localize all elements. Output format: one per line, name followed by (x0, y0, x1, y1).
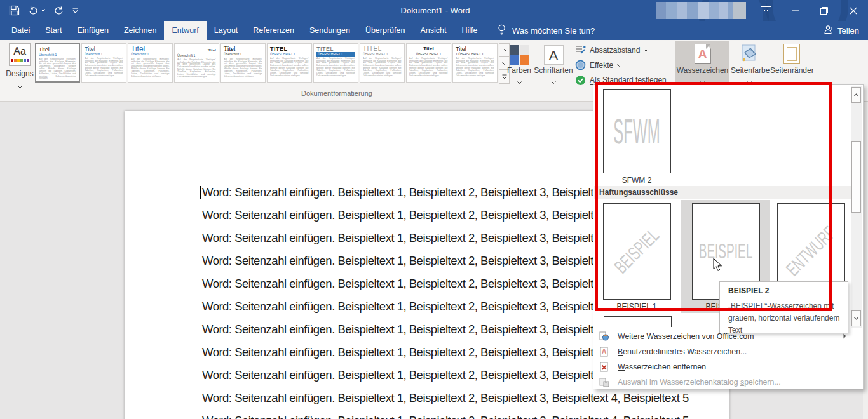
theme-thumbnail-2[interactable]: TitelÜberschrift 1Auf der Registerkarte … (81, 43, 126, 83)
tooltip-body-line: grauem, horizontal verlaufendem (728, 312, 848, 324)
tab-referenzen[interactable]: Referenzen (245, 21, 302, 40)
theme-thumbnail-5[interactable]: TitelÜberschrift 1Auf der Registerkarte … (220, 43, 266, 83)
person-plus-icon (824, 25, 834, 36)
share-button[interactable]: Teilen (824, 21, 859, 40)
scroll-thumb[interactable] (851, 141, 861, 213)
checkmark-icon (575, 75, 586, 86)
lightbulb-icon (497, 24, 506, 37)
tab-layout[interactable]: Layout (207, 21, 246, 40)
redo-icon[interactable] (54, 6, 64, 15)
tab-hilfe[interactable]: Hilfe (454, 21, 485, 40)
tell-me-search[interactable]: Was möchten Sie tun? (497, 21, 595, 40)
absatzabstand-button[interactable]: Absatzabstand (575, 43, 667, 57)
restore-button[interactable] (810, 0, 839, 21)
document-line: Word: Seitenzahl einfügen. Beispieltext … (202, 387, 689, 409)
designs-icon: Aa (9, 43, 31, 66)
custom-watermark-icon: A (599, 347, 609, 357)
theme-thumbnail-10[interactable]: Titel1 ÜBERSCHRIFT 1Auf der Registerkart… (452, 43, 498, 83)
scroll-down-button[interactable] (851, 310, 861, 326)
theme-thumbnail-7[interactable]: TITELÜBERSCHRIFT 1Auf der Registerkarte … (313, 43, 358, 83)
seitenfarbe-icon (740, 44, 758, 64)
tooltip-body-line: Text (728, 324, 848, 336)
svg-text:A: A (602, 348, 606, 355)
save-selection-icon (599, 377, 609, 387)
undo-icon[interactable] (29, 6, 45, 15)
theme-thumbnail-9[interactable]: TitelÜBERSCHRIFT 1Auf der Registerkarte … (406, 43, 451, 83)
remove-watermark-icon (599, 362, 609, 372)
share-label: Teilen (837, 26, 859, 36)
theme-thumbnail-6[interactable]: TITELÜBERSCHRIFT 1Auf der Registerkarte … (267, 43, 312, 83)
annotation-rectangle (595, 82, 832, 311)
scroll-up-button[interactable] (851, 87, 861, 103)
menu-item-2[interactable]: Wasserzeichen entfernen (594, 359, 851, 375)
close-button[interactable] (839, 0, 868, 21)
title-bar: Dokument1 - Word (0, 0, 868, 21)
theme-thumbnail-1[interactable]: TitelÜberschrift 1Auf der Registerkarte … (35, 43, 80, 83)
menu-item-1[interactable]: ABenutzerdefiniertes Wasserzeichen... (594, 344, 851, 359)
tab-zeichnen[interactable]: Zeichnen (116, 21, 164, 40)
tab-einfügen[interactable]: Einfügen (70, 21, 116, 40)
theme-thumbnail-4[interactable]: TitelÜberschrift 1Auf der Registerkarte … (174, 43, 219, 83)
seitenraender-icon (783, 44, 800, 64)
menu-item-label: Wasserzeichen entfernen (618, 362, 706, 371)
theme-thumbnail-3[interactable]: TitelÜberschrift 1Auf der Registerkarte … (128, 43, 173, 83)
document-scrollbar[interactable] (863, 102, 868, 419)
tab-überprüfen[interactable]: Überprüfen (358, 21, 413, 40)
effekte-icon (575, 60, 586, 70)
menu-item-label: Auswahl im Wasserzeichenkatalog speicher… (618, 378, 781, 387)
save-icon[interactable] (9, 5, 20, 16)
designs-button[interactable]: Aa Designs (5, 41, 34, 100)
effekte-button[interactable]: Effekte (575, 58, 667, 72)
text-caret (200, 186, 201, 199)
ribbon-tabs: DateiStartEinfügenZeichnenEntwurfLayoutR… (4, 21, 485, 40)
tab-ansicht[interactable]: Ansicht (412, 21, 454, 40)
watermark-option-partial[interactable] (604, 316, 672, 327)
seitenraender-button[interactable]: Seitenränder (770, 41, 813, 86)
group-label-dokumentformatierung: Dokumentformatierung (273, 90, 400, 97)
minimize-button[interactable] (780, 0, 810, 21)
tab-entwurf[interactable]: Entwurf (164, 21, 206, 40)
word-window: Dokument1 - Word DateiStartEinfügenZeich… (0, 0, 868, 419)
theme-gallery: TitelÜberschrift 1Auf der Registerkarte … (35, 43, 499, 84)
tab-start[interactable]: Start (37, 21, 69, 40)
seitenfarbe-button[interactable]: Seitenfarbe (731, 41, 768, 86)
user-account-blurred (656, 2, 746, 19)
tab-datei[interactable]: Datei (4, 21, 37, 40)
window-title: Dokument1 - Word (356, 6, 515, 15)
farben-button[interactable]: Farben (507, 41, 531, 86)
tell-me-label: Was möchten Sie tun? (512, 26, 595, 36)
farben-icon (510, 45, 529, 65)
schriftarten-button[interactable]: A Schriftarten (532, 41, 574, 86)
tab-sendungen[interactable]: Sendungen (302, 21, 358, 40)
qat-customize-icon[interactable] (72, 8, 78, 13)
office-com-watermark-icon (599, 331, 609, 342)
absatzabstand-icon (575, 44, 586, 55)
menu-item-3[interactable]: Auswahl im Wasserzeichenkatalog speicher… (594, 375, 851, 390)
wasserzeichen-icon: A (695, 44, 711, 64)
menu-bar: DateiStartEinfügenZeichnenEntwurfLayoutR… (0, 21, 868, 40)
document-line: Word: Seitenzahl einfügen. Beispieltext … (202, 409, 689, 419)
schriftarten-icon: A (544, 45, 564, 65)
dropdown-scrollbar[interactable] (851, 86, 862, 328)
menu-item-label: Benutzerdefiniertes Wasserzeichen... (618, 347, 747, 356)
ribbon-display-options-button[interactable] (751, 0, 780, 21)
theme-thumbnail-8[interactable]: TITELÜBERSCHRIFT 1Auf der Registerkarte … (360, 43, 405, 83)
